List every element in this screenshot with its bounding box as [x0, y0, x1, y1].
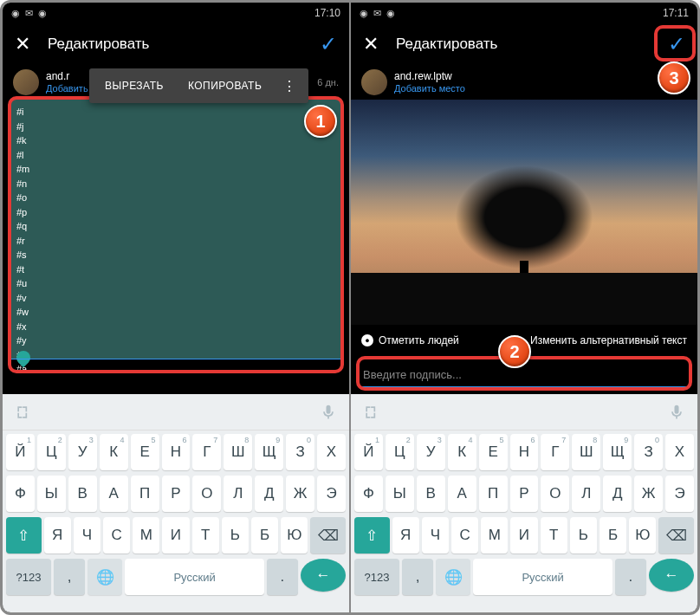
key-Ь[interactable]: Ь: [222, 517, 249, 554]
key-В[interactable]: В: [68, 476, 97, 512]
key-Н[interactable]: Н6: [162, 434, 191, 470]
symbols-key[interactable]: ?123: [6, 559, 51, 595]
key-Й[interactable]: Й1: [354, 434, 383, 470]
key-О[interactable]: О: [192, 476, 221, 512]
space-key[interactable]: Русский: [473, 559, 612, 595]
key-Н[interactable]: Н6: [510, 434, 539, 470]
key-У[interactable]: У3: [68, 434, 97, 470]
hashtag: #m: [16, 162, 335, 177]
key-С[interactable]: С: [103, 517, 130, 554]
key-Ш[interactable]: Ш8: [572, 434, 600, 470]
key-М[interactable]: М: [133, 517, 159, 554]
cut-button[interactable]: ВЫРЕЗАТЬ: [93, 80, 176, 92]
comma-key[interactable]: ,: [402, 559, 433, 595]
key-Л[interactable]: Л: [224, 476, 252, 512]
key-Я[interactable]: Я: [44, 517, 71, 554]
key-П[interactable]: П: [131, 476, 159, 512]
shift-key[interactable]: ⇧: [6, 517, 42, 554]
messenger-icon: ✉: [373, 8, 381, 19]
tag-people-button[interactable]: ● Отметить людей: [361, 334, 459, 346]
key-Д[interactable]: Д: [603, 476, 632, 512]
caption-placeholder: Введите подпись...: [363, 368, 462, 381]
key-Г[interactable]: Г7: [541, 434, 569, 470]
key-Ч[interactable]: Ч: [74, 517, 100, 554]
period-key[interactable]: .: [267, 559, 298, 595]
close-icon[interactable]: ✕: [363, 33, 379, 55]
enter-key[interactable]: ←: [649, 559, 694, 592]
expand-icon[interactable]: [15, 404, 32, 421]
key-Ь[interactable]: Ь: [570, 517, 597, 554]
key-С[interactable]: С: [451, 517, 478, 554]
key-К[interactable]: К4: [100, 434, 128, 470]
key-З[interactable]: З0: [634, 434, 663, 470]
avatar[interactable]: [13, 69, 39, 95]
key-Ы[interactable]: Ы: [37, 476, 66, 512]
comma-key[interactable]: ,: [54, 559, 85, 595]
key-Ф[interactable]: Ф: [354, 476, 383, 512]
key-Щ[interactable]: Щ9: [255, 434, 283, 470]
key-Ш[interactable]: Ш8: [224, 434, 252, 470]
caption-textarea[interactable]: #i#j#k#l#m#n#o#p#q#r#s#t#u#v#w#x#y#z#a: [11, 100, 340, 359]
enter-key[interactable]: ←: [301, 559, 346, 592]
edit-alt-text-button[interactable]: Изменить альтернативный текст: [530, 334, 687, 346]
confirm-icon[interactable]: ✓: [320, 32, 337, 56]
key-Щ[interactable]: Щ9: [603, 434, 632, 470]
globe-icon[interactable]: 🌐: [436, 559, 470, 595]
key-О[interactable]: О: [541, 476, 569, 512]
backspace-key[interactable]: ⌫: [658, 517, 694, 554]
confirm-icon[interactable]: ✓: [668, 32, 685, 56]
key-Ц[interactable]: Ц2: [37, 434, 66, 470]
key-Ю[interactable]: Ю: [281, 517, 308, 554]
key-Й[interactable]: Й1: [6, 434, 35, 470]
backspace-key[interactable]: ⌫: [310, 517, 346, 554]
key-З[interactable]: З0: [286, 434, 314, 470]
key-Я[interactable]: Я: [392, 517, 419, 554]
globe-icon[interactable]: 🌐: [88, 559, 122, 595]
key-В[interactable]: В: [417, 476, 445, 512]
mic-icon[interactable]: [668, 404, 685, 421]
caption-input[interactable]: Введите подпись...: [361, 363, 687, 387]
key-Т[interactable]: Т: [192, 517, 219, 554]
key-Т[interactable]: Т: [541, 517, 567, 554]
key-К[interactable]: К4: [448, 434, 476, 470]
key-Л[interactable]: Л: [572, 476, 600, 512]
symbols-key[interactable]: ?123: [354, 559, 399, 595]
key-И[interactable]: И: [510, 517, 537, 554]
key-Ы[interactable]: Ы: [386, 476, 414, 512]
space-key[interactable]: Русский: [125, 559, 263, 595]
key-Е[interactable]: Е5: [131, 434, 159, 470]
key-Б[interactable]: Б: [251, 517, 278, 554]
key-Ч[interactable]: Ч: [422, 517, 449, 554]
shift-key[interactable]: ⇧: [354, 517, 390, 554]
more-icon[interactable]: ⋮: [274, 78, 305, 94]
key-Ж[interactable]: Ж: [286, 476, 314, 512]
period-key[interactable]: .: [615, 559, 646, 595]
key-Е[interactable]: Е5: [479, 434, 508, 470]
key-Э[interactable]: Э: [317, 476, 346, 512]
post-age: 6 дн.: [317, 77, 339, 87]
key-Д[interactable]: Д: [255, 476, 283, 512]
key-Г[interactable]: Г7: [192, 434, 221, 470]
key-Х[interactable]: Х: [665, 434, 694, 470]
key-Х[interactable]: Х: [317, 434, 346, 470]
copy-button[interactable]: КОПИРОВАТЬ: [176, 80, 274, 92]
add-location-link[interactable]: Добавить место: [394, 83, 658, 94]
key-Э[interactable]: Э: [665, 476, 694, 512]
expand-icon[interactable]: [363, 404, 380, 421]
key-П[interactable]: П: [479, 476, 508, 512]
key-Ю[interactable]: Ю: [629, 517, 656, 554]
avatar[interactable]: [361, 69, 387, 95]
key-Б[interactable]: Б: [600, 517, 626, 554]
key-А[interactable]: А: [448, 476, 476, 512]
key-Ф[interactable]: Ф: [6, 476, 35, 512]
key-У[interactable]: У3: [417, 434, 445, 470]
key-Р[interactable]: Р: [162, 476, 191, 512]
key-И[interactable]: И: [162, 517, 189, 554]
mic-icon[interactable]: [320, 404, 337, 421]
key-Ж[interactable]: Ж: [634, 476, 663, 512]
key-А[interactable]: А: [100, 476, 128, 512]
key-Р[interactable]: Р: [510, 476, 539, 512]
key-М[interactable]: М: [481, 517, 508, 554]
close-icon[interactable]: ✕: [15, 33, 30, 55]
key-Ц[interactable]: Ц2: [386, 434, 414, 470]
